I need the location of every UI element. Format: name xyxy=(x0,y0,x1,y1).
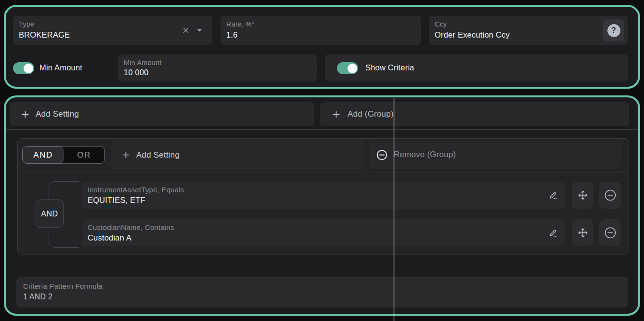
vertical-guide-line xyxy=(393,98,395,321)
move-row-button[interactable] xyxy=(572,182,593,209)
move-icon xyxy=(577,227,589,239)
add-setting-label: Add Setting xyxy=(36,109,79,119)
show-criteria-toggle-label: Show Criteria xyxy=(365,63,414,72)
plus-icon xyxy=(22,111,29,118)
ccy-field-label: Ccy xyxy=(435,20,447,28)
criteria-row: CustodianName, Contains Custodian A xyxy=(82,219,565,246)
rate-field-value: 1.6 xyxy=(226,30,238,40)
question-icon: ? xyxy=(607,24,620,37)
remove-row-button[interactable] xyxy=(599,182,621,209)
group-add-setting-button[interactable]: Add Setting xyxy=(111,140,364,170)
type-field-value: BROKERAGE xyxy=(19,30,70,40)
min-amount-toggle-label: Min Amount xyxy=(39,63,82,72)
fee-settings-screen: Type BROKERAGE Rate, %* 1.6 Ccy Order Ex… xyxy=(0,0,644,321)
edit-icon[interactable] xyxy=(548,227,558,238)
group-connector-chip[interactable]: AND xyxy=(36,200,64,228)
min-amount-toggle[interactable] xyxy=(13,62,34,74)
remove-row-button[interactable] xyxy=(599,219,621,246)
edit-icon[interactable] xyxy=(548,190,558,201)
ccy-field[interactable]: Ccy Order Execution Ccy ? xyxy=(429,16,628,45)
toggle-knob xyxy=(24,64,33,73)
move-row-button[interactable] xyxy=(572,219,593,246)
chevron-down-icon[interactable] xyxy=(196,28,203,32)
group-operator-toggle: AND OR xyxy=(22,146,105,164)
rate-field[interactable]: Rate, %* 1.6 xyxy=(220,16,421,45)
remove-group-button[interactable]: Remove (Group) xyxy=(369,141,621,169)
show-criteria-panel: Show Criteria xyxy=(325,54,628,81)
circle-minus-icon xyxy=(604,227,617,239)
min-amount-field-value: 10 000 xyxy=(124,68,149,77)
plus-icon xyxy=(122,151,129,159)
min-amount-field-label: Min Amount xyxy=(124,59,162,67)
operator-or-button[interactable]: OR xyxy=(64,147,104,163)
circle-minus-icon xyxy=(376,149,387,160)
section-divider xyxy=(6,129,638,130)
criteria-pattern-formula-field[interactable]: Criteria Pattern Formula 1 AND 2 xyxy=(16,277,628,308)
formula-field-label: Criteria Pattern Formula xyxy=(23,282,103,290)
remove-group-label: Remove (Group) xyxy=(394,150,456,160)
rate-field-label: Rate, %* xyxy=(226,20,255,28)
help-button[interactable]: ? xyxy=(603,19,624,41)
operator-and-button[interactable]: AND xyxy=(23,147,64,163)
circle-minus-icon xyxy=(604,189,617,201)
show-criteria-toggle[interactable] xyxy=(337,62,358,74)
criteria-row-value: Custodian A xyxy=(88,233,131,242)
ccy-field-value: Order Execution Ccy xyxy=(435,30,510,40)
add-group-label: Add (Group) xyxy=(348,109,394,119)
group-add-setting-label: Add Setting xyxy=(136,150,180,160)
formula-field-value: 1 AND 2 xyxy=(23,293,52,301)
criteria-row-value: EQUITIES, ETF xyxy=(88,196,145,205)
group-header-divider xyxy=(18,173,629,173)
add-setting-button[interactable]: Add Setting xyxy=(10,102,314,126)
add-group-button[interactable]: Add (Group) xyxy=(320,102,629,126)
min-amount-field[interactable]: Min Amount 10 000 xyxy=(118,54,317,81)
toggle-knob xyxy=(348,64,357,73)
criteria-row: InstrumentAssetType, Equals EQUITIES, ET… xyxy=(82,182,565,209)
criteria-row-label: InstrumentAssetType, Equals xyxy=(88,186,184,194)
criteria-row-label: CustodianName, Contains xyxy=(88,223,174,231)
type-field-label: Type xyxy=(19,20,34,28)
clear-icon[interactable] xyxy=(183,27,189,33)
type-field[interactable]: Type BROKERAGE xyxy=(13,16,212,45)
move-icon xyxy=(577,189,589,201)
plus-icon xyxy=(333,111,340,118)
